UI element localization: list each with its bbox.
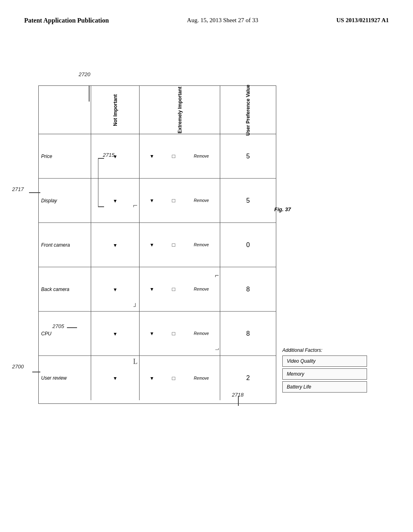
- fig-label: Fig. 37: [274, 206, 291, 212]
- col-header-extremely-important: Extremely Important: [140, 86, 220, 134]
- additional-factors-list: Video Quality Memory Battery Life: [282, 355, 367, 393]
- arrow-2700: [32, 372, 40, 372]
- publication-date-sheet: Aug. 15, 2013 Sheet 27 of 33: [187, 16, 259, 24]
- ref-2720: 2720: [79, 71, 90, 77]
- table-row: CPU ▾ ▾ □ Remove ⌐ 8: [39, 312, 276, 356]
- ref-2700: 2700: [12, 364, 24, 370]
- ext-imp-display: ▾ □ Remove: [140, 179, 220, 222]
- not-imp-front-camera: ▾: [91, 223, 140, 267]
- feature-cpu: CPU: [39, 312, 91, 355]
- arrow-2717: [29, 192, 40, 193]
- ext-imp-price: ▾ □ Remove: [140, 134, 220, 178]
- col-header-not-important: Not Important: [91, 86, 140, 134]
- page-header: Patent Application Publication Aug. 15, …: [0, 0, 413, 33]
- not-imp-user-review: ▾ L: [91, 356, 140, 400]
- pref-value-price: 5: [220, 134, 276, 178]
- factor-tab-memory: Memory: [282, 368, 367, 380]
- pref-value-display: 5: [220, 179, 276, 222]
- main-figure-box: Not Important Extremely Important User P…: [38, 85, 276, 404]
- additional-factors-section: Additional Factors: Video Quality Memory…: [282, 347, 367, 393]
- pref-value-cpu: 8: [220, 312, 276, 355]
- arrow-2720: [89, 85, 90, 102]
- factor-tab-video: Video Quality: [282, 355, 367, 367]
- table-row: Back camera ▾ ⌐ ▾ □ Remove ⌐ 8: [39, 267, 276, 312]
- feature-display: Display: [39, 179, 91, 222]
- feature-price: Price: [39, 134, 91, 178]
- publication-number: US 2013/0211927 A1: [336, 16, 389, 24]
- arrow-2705: [67, 327, 77, 328]
- feature-back-camera: Back camera: [39, 267, 91, 311]
- not-imp-back-camera: ▾ ⌐: [91, 267, 140, 311]
- ext-imp-front-camera: ▾ □ Remove: [140, 223, 220, 267]
- table-row: User review ▾ L ▾ □ Remove 2: [39, 356, 276, 400]
- table-row: Display ▾ ⌐ ▾ □ Remove 5: [39, 179, 276, 223]
- figure-area: 2700 2717 2720 2705 2715 2718 Fig. 37 No…: [0, 33, 413, 517]
- publication-title: Patent Application Publication: [24, 16, 109, 25]
- ref-2717: 2717: [12, 186, 24, 192]
- table-row: Front camera ▾ ▾ □ Remove 0: [39, 223, 276, 267]
- feature-front-camera: Front camera: [39, 223, 91, 267]
- col-header-user-pref: User Preference Value: [220, 86, 276, 134]
- bracket-2715-top: [98, 158, 104, 159]
- ext-imp-cpu: ▾ □ Remove ⌐: [140, 312, 220, 355]
- pref-value-back-camera: 8: [220, 267, 276, 311]
- bracket-2715-bottom: [98, 206, 104, 207]
- arrow-2718: [238, 396, 239, 406]
- pref-value-front-camera: 0: [220, 223, 276, 267]
- factor-tab-battery: Battery Life: [282, 381, 367, 393]
- bracket-2715: [98, 158, 99, 206]
- additional-factors-label: Additional Factors:: [282, 347, 367, 353]
- feature-user-review: User review: [39, 356, 91, 400]
- col-header-feature: [39, 86, 91, 134]
- table-row: Price ▾ ▾ □ Remove 5: [39, 134, 276, 179]
- ext-imp-back-camera: ▾ □ Remove ⌐: [140, 267, 220, 311]
- pref-value-user-review: 2: [220, 356, 276, 400]
- not-imp-cpu: ▾: [91, 312, 140, 355]
- ext-imp-user-review: ▾ □ Remove: [140, 356, 220, 400]
